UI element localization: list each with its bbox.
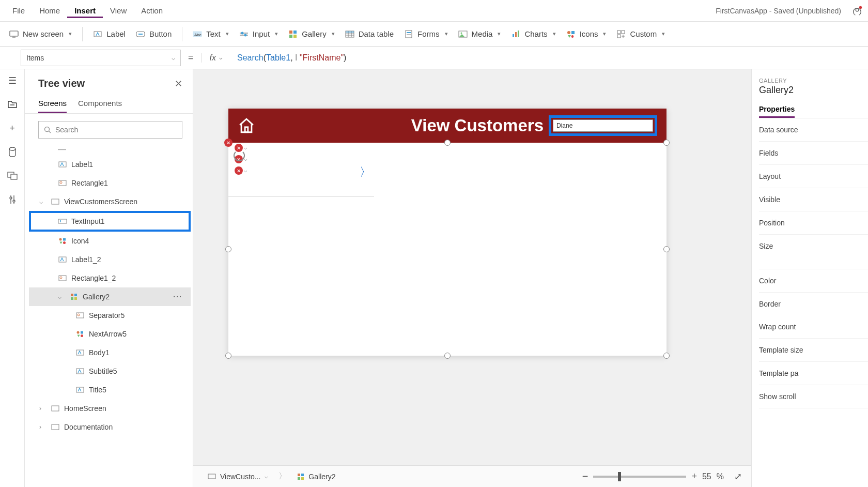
menu-action[interactable]: Action <box>134 3 170 18</box>
chevron-down-icon: ⌵ <box>172 54 175 62</box>
menu-home[interactable]: Home <box>32 3 67 18</box>
expand-icon[interactable]: ⌵ <box>39 198 47 205</box>
zoom-in-button[interactable]: + <box>691 471 697 482</box>
slider-thumb[interactable] <box>618 472 621 481</box>
property-row[interactable]: Color <box>759 269 868 293</box>
property-row[interactable]: Size <box>759 235 868 269</box>
data-icon[interactable] <box>6 146 19 158</box>
chevron-down-icon[interactable]: ⌵ <box>265 473 268 480</box>
gallery-dropdown[interactable]: Gallery ▾ <box>288 29 335 39</box>
fx-button[interactable]: fx ⌵ <box>201 53 231 63</box>
tab-properties[interactable]: Properties <box>759 102 795 118</box>
next-arrow-icon[interactable]: 〉 <box>360 164 371 180</box>
button-button[interactable]: Button <box>136 29 172 39</box>
tree-search-box[interactable] <box>38 121 182 139</box>
forms-dropdown[interactable]: Forms ▾ <box>404 29 448 39</box>
node-label: NextArrow5 <box>89 330 127 338</box>
charts-dropdown[interactable]: Charts ▾ <box>511 29 555 39</box>
gallery-item[interactable]: 〉 <box>228 143 374 196</box>
insert-icon[interactable]: + <box>6 122 19 134</box>
resize-handle[interactable] <box>225 246 231 252</box>
property-selector[interactable]: Items ⌵ <box>21 50 181 66</box>
property-row[interactable]: Fields <box>759 142 868 165</box>
property-row[interactable]: Visible <box>759 188 868 211</box>
tree-node-homescreen[interactable]: ›HomeScreen <box>29 399 191 418</box>
tree-node-rectangle1[interactable]: Rectangle1 <box>29 174 191 192</box>
label-icon <box>93 29 102 39</box>
hamburger-icon[interactable]: ☰ <box>6 74 19 87</box>
menu-view[interactable]: View <box>103 3 134 18</box>
tree-node-subtitle5[interactable]: Subtitle5 <box>29 362 191 381</box>
tree-view-icon[interactable] <box>6 98 19 111</box>
search-icon <box>44 126 51 133</box>
advanced-tools-icon[interactable] <box>6 193 19 206</box>
menu-file[interactable]: File <box>5 3 32 18</box>
property-row[interactable]: Data source <box>759 118 868 142</box>
menu-insert[interactable]: Insert <box>67 3 103 18</box>
zoom-out-button[interactable]: − <box>582 470 588 482</box>
property-row[interactable]: Wrap count <box>759 315 868 339</box>
svg-rect-29 <box>515 32 517 37</box>
property-row[interactable]: Layout <box>759 165 868 188</box>
breadcrumb-screen[interactable]: ViewCusto... ⌵ <box>203 470 273 483</box>
tab-screens[interactable]: Screens <box>38 95 67 113</box>
svg-rect-78 <box>301 477 304 480</box>
tree-node-separator5[interactable]: Separator5 <box>29 306 191 325</box>
svg-point-67 <box>81 334 83 337</box>
resize-handle[interactable] <box>663 353 670 359</box>
tree-node-title5[interactable]: Title5 <box>29 381 191 399</box>
media-icon <box>458 29 468 39</box>
property-row[interactable]: Position <box>759 211 868 235</box>
svg-point-0 <box>856 8 859 11</box>
property-row[interactable]: Template size <box>759 339 868 362</box>
resize-handle[interactable] <box>444 140 451 146</box>
tree-node-documentation[interactable]: ›Documentation <box>29 418 191 436</box>
tree-view-panel: Tree view ✕ Screens Components — Label1R… <box>25 69 193 487</box>
tree-node-rectangle1_2[interactable]: Rectangle1_2 <box>29 269 191 287</box>
media-dropdown[interactable]: Media ▾ <box>458 29 501 39</box>
fit-screen-icon[interactable]: ⤢ <box>734 471 742 482</box>
icons-dropdown[interactable]: Icons ▾ <box>566 29 607 39</box>
forms-label: Forms <box>417 29 440 38</box>
text-dropdown[interactable]: Abc Text ▾ <box>193 29 229 39</box>
node-icon <box>58 179 67 187</box>
custom-dropdown[interactable]: Custom ▾ <box>616 29 665 39</box>
tree-node-label1_2[interactable]: Label1_2 <box>29 250 191 269</box>
input-dropdown[interactable]: Input ▾ <box>239 29 278 39</box>
svg-rect-54 <box>63 238 66 241</box>
app-checker-icon[interactable] <box>851 5 863 17</box>
resize-handle[interactable] <box>444 353 451 359</box>
home-icon[interactable] <box>238 117 255 134</box>
expand-icon[interactable]: › <box>39 405 47 412</box>
close-icon[interactable]: ✕ <box>175 78 182 89</box>
formula-input[interactable]: Search(Table1, I "FirstName") <box>231 53 346 63</box>
zoom-slider[interactable] <box>593 476 686 478</box>
tree-node-label1[interactable]: Label1 <box>29 155 191 174</box>
tree-search-input[interactable] <box>55 126 177 134</box>
zoom-pct: % <box>717 472 724 481</box>
more-icon[interactable]: ··· <box>173 293 182 301</box>
data-table-button[interactable]: Data table <box>345 29 394 39</box>
search-text-input[interactable]: Diane <box>553 119 653 132</box>
property-row[interactable]: Border <box>759 293 868 315</box>
resize-handle[interactable] <box>225 353 231 359</box>
gallery-selection[interactable]: ✕ ✕ ⌵ ✕ ⌵ ✕ ⌵ 〉 <box>228 143 667 356</box>
resize-handle[interactable] <box>663 140 670 146</box>
canvas-screen[interactable]: View Customers Diane ✕ ✕ ⌵ ✕ ⌵ ✕ ⌵ 〉 <box>228 109 667 356</box>
label-button[interactable]: Label <box>93 29 126 39</box>
breadcrumb-control[interactable]: Gallery2 <box>292 470 340 483</box>
tree-node-body1[interactable]: Body1 <box>29 343 191 362</box>
expand-icon[interactable]: › <box>39 423 47 431</box>
media-rail-icon[interactable] <box>6 170 19 182</box>
resize-handle[interactable] <box>663 246 670 252</box>
property-row[interactable]: Template pa <box>759 362 868 385</box>
tree-node-gallery2[interactable]: ⌵Gallery2··· <box>29 287 191 306</box>
tree-node-viewcustomersscreen[interactable]: ⌵ViewCustomersScreen <box>29 192 191 211</box>
tree-node-icon4[interactable]: Icon4 <box>29 232 191 250</box>
tree-node-nextarrow5[interactable]: NextArrow5 <box>29 325 191 343</box>
tab-components[interactable]: Components <box>78 95 122 113</box>
new-screen-button[interactable]: New screen ▾ <box>9 29 72 39</box>
property-row[interactable]: Show scroll <box>759 385 868 408</box>
expand-icon[interactable]: ⌵ <box>58 293 65 300</box>
tree-node-textinput1[interactable]: TextInput1 <box>29 211 191 232</box>
